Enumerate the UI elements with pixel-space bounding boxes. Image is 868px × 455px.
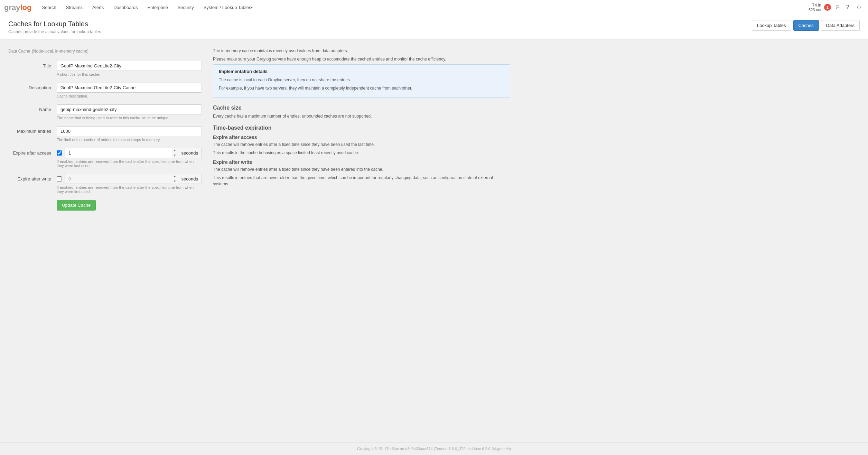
impl-title: Implementation details [219,69,504,74]
description-input[interactable] [57,83,202,93]
expire-access-line-2: This results in the cache behaving as a … [213,150,510,156]
description-label: Description [8,83,57,90]
expire-access-spinner: ▲ ▼ [172,148,178,158]
impl-line-1: The cache is local to each Graylog serve… [219,77,504,83]
expire-write-help: If enabled, entries are removed from the… [57,185,202,194]
throughput-counter: 74 in 523 out [809,3,821,12]
max-entries-group: Maximum entries The limit of the number … [8,126,202,142]
page-header-left: Caches for Lookup Tables Caches provide … [8,20,101,34]
cache-size-title: Cache size [213,105,510,111]
page-subtitle: Caches provide the actual values for loo… [8,29,101,34]
user-button[interactable]: ☺ [854,3,864,12]
expire-write-spin-down[interactable]: ▼ [172,179,178,184]
expire-write-title: Expire after write [213,159,510,165]
brand-logo: graylog [4,3,31,12]
impl-line-2: For example, if you have two servers, th… [219,85,504,91]
expire-access-group: Expire after access ▲ ▼ seconds If enabl… [8,148,202,168]
expire-access-label: Expire after access [8,148,57,156]
title-group: Title A short title for this cache. [8,61,202,76]
title-field-wrap: A short title for this cache. [57,61,202,76]
expire-access-spin-up[interactable]: ▲ [172,148,178,153]
expire-write-label: Expire after write [8,174,57,182]
lookup-tables-button[interactable]: Lookup Tables [752,20,791,31]
expire-access-field-wrap: ▲ ▼ seconds If enabled, entries are remo… [57,148,202,168]
nav-security[interactable]: Security [173,0,199,15]
expire-access-spin-down[interactable]: ▼ [172,153,178,158]
notification-badge[interactable]: 1 [824,4,831,11]
submit-row: Update Cache [57,200,202,211]
expiration-title: Time-based expiration [213,125,510,131]
info-intro-1: The in-memory cache maintains recently u… [213,48,510,54]
expire-access-value-input[interactable] [65,148,178,158]
expire-access-number-wrap: ▲ ▼ [65,148,178,158]
data-adapters-button[interactable]: Data Adapters [821,20,860,31]
expire-write-input-group: ▲ ▼ seconds [57,174,202,184]
nav-system[interactable]: System / Lookup Tables [199,0,258,15]
update-cache-button[interactable]: Update Cache [57,200,96,211]
expire-access-help: If enabled, entries are removed from the… [57,159,202,168]
expire-write-unit-dropdown[interactable]: seconds [178,174,202,184]
logo-gray: gray [4,3,20,12]
help-button[interactable]: ? [844,3,851,12]
title-label: Title [8,61,57,68]
expire-access-input-group: ▲ ▼ seconds [57,148,202,158]
page-header: Caches for Lookup Tables Caches provide … [0,15,868,39]
expire-write-checkbox[interactable] [57,176,62,182]
expire-write-spinner: ▲ ▼ [172,174,178,184]
expire-access-checkbox[interactable] [57,150,62,156]
main-content: Data Cache (Node-local, in-memory cache)… [0,39,519,219]
expire-access-unit-dropdown[interactable]: seconds [178,148,202,158]
form-section: Data Cache (Node-local, in-memory cache)… [8,48,202,211]
nav-enterprise[interactable]: Enterprise [142,0,172,15]
expire-access-title: Expire after access [213,134,510,140]
section-heading: Data Cache (Node-local, in-memory cache) [8,48,202,54]
expire-write-value-input[interactable] [65,174,178,184]
name-field-wrap: The name that is being used to refer to … [57,104,202,120]
description-group: Description Cache description. [8,83,202,98]
max-entries-field-wrap: The limit of the number of entries the c… [57,126,202,142]
page-title: Caches for Lookup Tables [8,20,101,28]
info-section: The in-memory cache maintains recently u… [213,48,510,211]
navbar: graylog Search Streams Alerts Dashboards… [0,0,868,15]
nav-search[interactable]: Search [37,0,61,15]
caches-button[interactable]: Caches [793,20,819,31]
impl-details-box: Implementation details The cache is loca… [213,64,510,98]
nav-links: Search Streams Alerts Dashboards Enterpr… [37,0,809,15]
expire-write-line-1: The cache will remove entries after a fi… [213,166,510,173]
name-label: Name [8,104,57,112]
nav-dashboards[interactable]: Dashboards [109,0,142,15]
max-entries-input[interactable] [57,126,202,136]
expire-write-spin-up[interactable]: ▲ [172,174,178,179]
description-help: Cache description. [57,94,202,98]
max-entries-label: Maximum entries [8,126,57,134]
expire-write-field-wrap: ▲ ▼ seconds If enabled, entries are remo… [57,174,202,194]
expire-write-group: Expire after write ▲ ▼ seconds If enable… [8,174,202,194]
name-group: Name The name that is being used to refe… [8,104,202,120]
max-entries-help: The limit of the number of entries the c… [57,138,202,142]
logo-log: log [20,3,31,12]
nav-right: 74 in 523 out 1 ⎘ ? ☺ [809,3,864,12]
expire-write-line-2: This results in entries that are never o… [213,175,510,187]
name-input[interactable] [57,104,202,114]
cache-size-text: Every cache has a maximum number of entr… [213,113,510,119]
title-input[interactable] [57,61,202,71]
share-button[interactable]: ⎘ [834,3,841,12]
page-header-right: Lookup Tables Caches Data Adapters [752,20,860,31]
description-field-wrap: Cache description. [57,83,202,98]
expire-write-number-wrap: ▲ ▼ [65,174,178,184]
expire-access-line-1: The cache will remove entries after a fi… [213,141,510,148]
nav-alerts[interactable]: Alerts [87,0,109,15]
info-intro-2: Please make sure your Graylog servers ha… [213,56,510,62]
name-help: The name that is being used to refer to … [57,116,202,120]
nav-streams[interactable]: Streams [61,0,87,15]
title-help: A short title for this cache. [57,72,202,76]
